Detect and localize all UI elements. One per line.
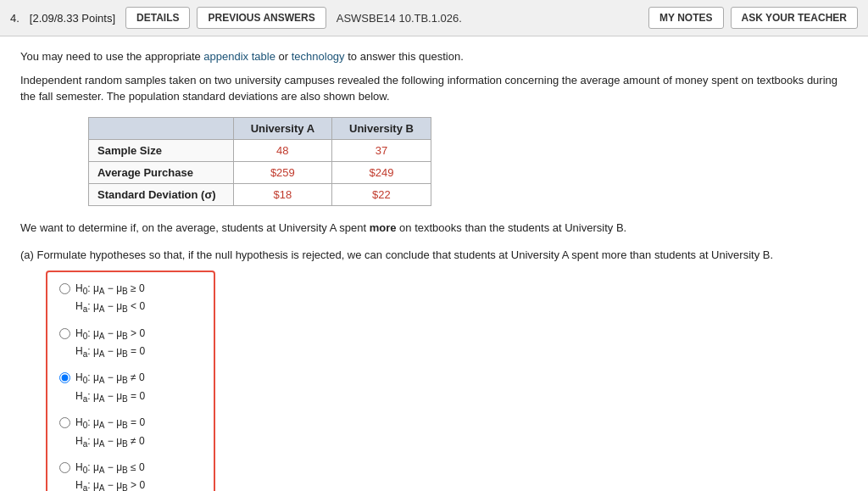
table-row-sample-size: Sample Size 48 37 bbox=[89, 139, 431, 161]
hypothesis-options-box: H0: μA − μB ≥ 0 Ha: μA − μB < 0 H0: μA −… bbox=[46, 271, 215, 491]
question-id: ASWSBE14 10.TB.1.026. bbox=[337, 12, 462, 25]
hypothesis-label-5[interactable]: H0: μA − μB ≤ 0 Ha: μA − μB > 0 bbox=[75, 460, 145, 491]
description-text: Independent random samples taken on two … bbox=[20, 72, 848, 105]
hypothesis-option-4: H0: μA − μB = 0 Ha: μA − μB ≠ 0 bbox=[59, 415, 202, 451]
table-header-univ-a: University A bbox=[233, 117, 331, 139]
table-cell-label-sample: Sample Size bbox=[89, 139, 234, 161]
hypothesis-label-3[interactable]: H0: μA − μB ≠ 0 Ha: μA − μB = 0 bbox=[75, 370, 145, 406]
table-cell-sample-b: 37 bbox=[332, 139, 431, 161]
table-cell-avg-b: $249 bbox=[332, 161, 431, 183]
technology-link[interactable]: technology bbox=[292, 50, 345, 63]
hypothesis-radio-3[interactable] bbox=[59, 372, 70, 383]
table-cell-avg-a: $259 bbox=[233, 161, 331, 183]
hyp4-null: H0: μA − μB = 0 bbox=[75, 415, 145, 432]
more-emphasis: more bbox=[370, 221, 397, 234]
hypothesis-label-4[interactable]: H0: μA − μB = 0 Ha: μA − μB ≠ 0 bbox=[75, 415, 145, 451]
hypothesis-radio-5[interactable] bbox=[59, 462, 70, 473]
question-text-before: We want to determine if, on the average,… bbox=[20, 221, 370, 234]
ask-teacher-button[interactable]: ASK YOUR TEACHER bbox=[731, 7, 858, 29]
table-cell-std-b: $22 bbox=[332, 183, 431, 205]
hyp5-alt: Ha: μA − μB > 0 bbox=[75, 477, 145, 491]
hypothesis-radio-4[interactable] bbox=[59, 417, 70, 428]
hypothesis-radio-1[interactable] bbox=[59, 283, 70, 294]
hypothesis-label-2[interactable]: H0: μA − μB > 0 Ha: μA − μB = 0 bbox=[75, 326, 145, 362]
hypothesis-option-1: H0: μA − μB ≥ 0 Ha: μA − μB < 0 bbox=[59, 281, 202, 317]
hyp3-null: H0: μA − μB ≠ 0 bbox=[75, 370, 145, 388]
hyp1-alt: Ha: μA − μB < 0 bbox=[75, 299, 145, 316]
hyp3-alt: Ha: μA − μB = 0 bbox=[75, 388, 145, 406]
part-a-label: (a) Formulate hypotheses so that, if the… bbox=[20, 247, 848, 264]
table-cell-label-std: Standard Deviation (σ) bbox=[89, 183, 234, 205]
table-row-avg-purchase: Average Purchase $259 $249 bbox=[89, 161, 431, 183]
hypothesis-radio-2[interactable] bbox=[59, 328, 70, 339]
points-label: [2.09/8.33 Points] bbox=[30, 12, 115, 25]
question-main-text: We want to determine if, on the average,… bbox=[20, 220, 848, 237]
table-header-univ-b: University B bbox=[332, 117, 431, 139]
previous-answers-button[interactable]: PREVIOUS ANSWERS bbox=[197, 7, 326, 29]
hypothesis-option-2: H0: μA − μB > 0 Ha: μA − μB = 0 bbox=[59, 326, 202, 362]
my-notes-button[interactable]: MY NOTES bbox=[648, 7, 723, 29]
hypothesis-label-1[interactable]: H0: μA − μB ≥ 0 Ha: μA − μB < 0 bbox=[75, 281, 145, 317]
hyp2-null: H0: μA − μB > 0 bbox=[75, 326, 145, 343]
data-table: University A University B Sample Size 48… bbox=[88, 117, 431, 206]
hyp1-null: H0: μA − μB ≥ 0 bbox=[75, 281, 145, 299]
details-button[interactable]: DETAILS bbox=[125, 7, 190, 29]
question-number: 4. bbox=[10, 12, 19, 25]
hyp2-alt: Ha: μA − μB = 0 bbox=[75, 343, 145, 361]
hyp5-null: H0: μA − μB ≤ 0 bbox=[75, 460, 145, 477]
content-area: You may need to use the appropriate appe… bbox=[0, 36, 868, 491]
hyp4-alt: Ha: μA − μB ≠ 0 bbox=[75, 433, 145, 451]
appendix-table-link[interactable]: appendix table bbox=[203, 50, 275, 63]
table-header-empty bbox=[89, 117, 234, 139]
hypothesis-option-5: H0: μA − μB ≤ 0 Ha: μA − μB > 0 bbox=[59, 460, 202, 491]
hypothesis-option-3: H0: μA − μB ≠ 0 Ha: μA − μB = 0 bbox=[59, 370, 202, 406]
part-a-letter: (a) bbox=[20, 248, 37, 261]
intro-text: You may need to use the appropriate appe… bbox=[20, 48, 848, 65]
table-cell-std-a: $18 bbox=[233, 183, 331, 205]
header-bar: 4. [2.09/8.33 Points] DETAILS PREVIOUS A… bbox=[0, 0, 868, 36]
table-row-std-dev: Standard Deviation (σ) $18 $22 bbox=[89, 183, 431, 205]
part-a-text: Formulate hypotheses so that, if the nul… bbox=[37, 248, 774, 261]
question-text-after: on textbooks than the students at Univer… bbox=[396, 221, 626, 234]
table-cell-sample-a: 48 bbox=[233, 139, 331, 161]
table-cell-label-avg: Average Purchase bbox=[89, 161, 234, 183]
